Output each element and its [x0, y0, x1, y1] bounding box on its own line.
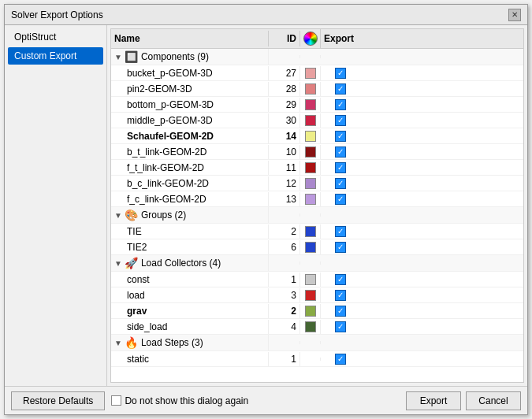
groups-id	[269, 213, 300, 217]
item-export[interactable]: ✓	[321, 352, 360, 366]
item-export[interactable]: ✓	[321, 192, 360, 206]
load-collectors-color	[300, 261, 321, 265]
group-row-load-steps[interactable]: ▼ 🔥 Load Steps (3)	[111, 335, 523, 351]
components-export	[321, 55, 360, 58]
item-id: 6	[269, 240, 300, 254]
item-export[interactable]: ✓	[321, 273, 360, 287]
checkbox[interactable]: ✓	[335, 178, 346, 189]
item-id: 11	[269, 161, 300, 175]
item-export[interactable]: ✓	[321, 145, 360, 159]
table-row: b_t_link-GEOM-2D 10 ✓	[111, 144, 523, 160]
checkbox[interactable]: ✓	[335, 162, 346, 173]
title-bar: Solver Export Options ✕	[5, 5, 527, 25]
item-id: 14	[269, 129, 300, 143]
do-not-show-checkbox[interactable]	[111, 395, 121, 406]
table-row: b_c_link-GEOM-2D 12 ✓	[111, 176, 523, 191]
item-id: 1	[269, 273, 300, 287]
cancel-button[interactable]: Cancel	[466, 391, 521, 410]
sidebar: OptiStruct Custom Export	[5, 25, 107, 386]
item-color	[300, 161, 321, 175]
export-button[interactable]: Export	[406, 391, 461, 410]
load-steps-id	[269, 341, 300, 344]
table-row: static 1 ✓	[111, 351, 523, 367]
table-row: middle_p-GEOM-3D 30 ✓	[111, 113, 523, 128]
item-color	[300, 98, 321, 112]
item-export[interactable]: ✓	[321, 240, 360, 254]
expand-icon-load-steps[interactable]: ▼	[114, 339, 122, 347]
group-row-load-collectors[interactable]: ▼ 🚀 Load Collectors (4)	[111, 255, 523, 272]
item-color	[300, 129, 321, 143]
table-row: const 1 ✓	[111, 272, 523, 287]
checkbox[interactable]: ✓	[335, 131, 346, 142]
checkbox[interactable]: ✓	[335, 99, 346, 110]
expand-icon-components[interactable]: ▼	[114, 53, 122, 61]
sidebar-item-optistruct[interactable]: OptiStruct	[8, 28, 103, 46]
checkbox[interactable]: ✓	[335, 83, 346, 95]
table-row: grav 2 ✓	[111, 303, 523, 319]
item-name: b_c_link-GEOM-2D	[111, 176, 269, 191]
item-name: TIE2	[111, 240, 269, 254]
checkbox[interactable]: ✓	[335, 146, 346, 158]
close-button[interactable]: ✕	[508, 9, 521, 21]
group-name-groups: ▼ 🎨 Groups (2)	[111, 207, 269, 223]
dialog-title: Solver Export Options	[11, 9, 103, 20]
checkbox[interactable]: ✓	[335, 226, 346, 237]
item-color	[300, 320, 321, 334]
groups-export	[321, 213, 360, 217]
item-name: const	[111, 273, 269, 287]
expand-icon-groups[interactable]: ▼	[114, 211, 122, 220]
item-color	[300, 113, 321, 128]
item-color	[300, 288, 321, 302]
item-export[interactable]: ✓	[321, 288, 360, 302]
expand-icon-load-collectors[interactable]: ▼	[114, 259, 122, 268]
item-export[interactable]: ✓	[321, 320, 360, 334]
components-icon: 🔲	[125, 50, 138, 63]
item-color	[300, 224, 321, 239]
checkbox[interactable]: ✓	[335, 68, 346, 79]
footer: Restore Defaults Do not show this dialog…	[5, 386, 527, 414]
col-color-header	[300, 29, 321, 48]
item-export[interactable]: ✓	[321, 176, 360, 191]
item-name: TIE	[111, 224, 269, 239]
checkbox[interactable]: ✓	[335, 321, 346, 332]
item-name: bottom_p-GEOM-3D	[111, 98, 269, 112]
item-id: 12	[269, 176, 300, 191]
table-row: TIE2 6 ✓	[111, 239, 523, 255]
item-id: 2	[269, 224, 300, 239]
checkbox[interactable]: ✓	[335, 194, 346, 205]
groups-color	[300, 213, 321, 217]
footer-right: Export Cancel	[406, 391, 521, 410]
checkbox[interactable]: ✓	[335, 290, 346, 301]
item-export[interactable]: ✓	[321, 304, 360, 318]
item-export[interactable]: ✓	[321, 129, 360, 143]
item-name: load	[111, 288, 269, 302]
group-row-components[interactable]: ▼ 🔲 Components (9)	[111, 49, 523, 65]
sidebar-item-custom-export[interactable]: Custom Export	[8, 47, 103, 65]
checkbox[interactable]: ✓	[335, 274, 346, 285]
table-row: TIE 2 ✓	[111, 224, 523, 239]
item-export[interactable]: ✓	[321, 224, 360, 239]
restore-defaults-button[interactable]: Restore Defaults	[11, 391, 105, 410]
table-row: f_c_link-GEOM-2D 13 ✓	[111, 191, 523, 207]
load-steps-export	[321, 341, 360, 344]
item-export[interactable]: ✓	[321, 82, 360, 96]
tree-panel: Name ID Export ▼ 🔲 Components (9)	[110, 28, 524, 383]
components-color	[300, 55, 321, 58]
item-export[interactable]: ✓	[321, 161, 360, 175]
item-export[interactable]: ✓	[321, 113, 360, 128]
checkbox[interactable]: ✓	[335, 242, 346, 253]
group-row-groups[interactable]: ▼ 🎨 Groups (2)	[111, 207, 523, 224]
item-color	[300, 240, 321, 254]
checkbox[interactable]: ✓	[335, 306, 346, 317]
do-not-show-checkbox-label[interactable]: Do not show this dialog again	[111, 395, 248, 406]
item-export[interactable]: ✓	[321, 98, 360, 112]
group-name-components: ▼ 🔲 Components (9)	[111, 49, 269, 65]
item-id: 30	[269, 113, 300, 128]
item-id: 29	[269, 98, 300, 112]
item-id: 28	[269, 82, 300, 96]
checkbox[interactable]: ✓	[335, 354, 346, 365]
item-color	[300, 192, 321, 206]
item-id: 13	[269, 192, 300, 206]
item-export[interactable]: ✓	[321, 66, 360, 80]
checkbox[interactable]: ✓	[335, 115, 346, 126]
